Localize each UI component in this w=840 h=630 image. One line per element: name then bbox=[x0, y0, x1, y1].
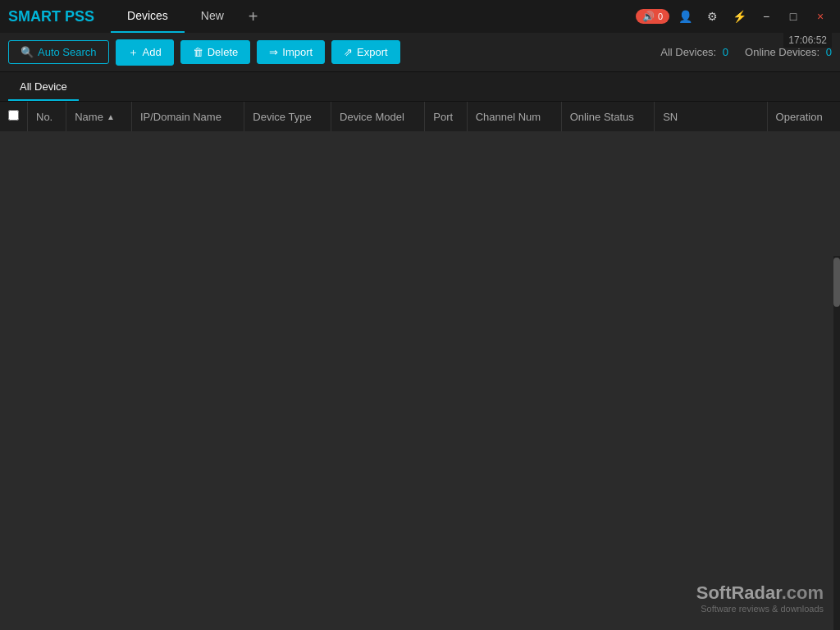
settings-icon[interactable]: ⚙ bbox=[701, 5, 724, 28]
export-button[interactable]: ⇗ Export bbox=[331, 40, 400, 64]
app-name-prefix: SMART bbox=[8, 8, 61, 25]
col-port: Port bbox=[425, 102, 467, 131]
select-all-checkbox-col[interactable] bbox=[0, 102, 28, 131]
watermark-subtitle: Software reviews & downloads bbox=[696, 604, 824, 614]
device-tab-bar: All Device bbox=[0, 72, 840, 102]
app-logo: SMART PSS bbox=[8, 8, 94, 25]
nav-tabs: Devices New + bbox=[111, 0, 636, 33]
col-device-type: Device Type bbox=[244, 102, 331, 131]
app-name-suffix: PSS bbox=[65, 8, 94, 25]
search-icon: 🔍 bbox=[21, 46, 34, 58]
select-all-checkbox[interactable] bbox=[8, 110, 19, 121]
speaker-icon: 🔊 bbox=[642, 11, 655, 22]
nav-tab-devices[interactable]: Devices bbox=[111, 0, 185, 33]
main-content: 🔍 Auto Search ＋ Add 🗑 Delete ⇒ Import ⇗ … bbox=[0, 33, 840, 630]
delete-icon: 🗑 bbox=[193, 46, 203, 58]
clock: 17:06:52 bbox=[783, 33, 832, 48]
col-operation: Operation bbox=[767, 102, 840, 131]
online-devices-label: Online Devices: 0 bbox=[745, 46, 832, 58]
all-devices-count: 0 bbox=[723, 46, 728, 58]
tab-all-device[interactable]: All Device bbox=[8, 74, 79, 101]
table-container[interactable]: No. Name ▲ IP/Domain Name Device Type bbox=[0, 102, 840, 630]
auto-search-button[interactable]: 🔍 Auto Search bbox=[8, 40, 109, 64]
export-icon: ⇗ bbox=[344, 46, 353, 58]
close-button[interactable]: × bbox=[809, 5, 832, 28]
import-button[interactable]: ⇒ Import bbox=[257, 40, 325, 64]
toolbar: 🔍 Auto Search ＋ Add 🗑 Delete ⇒ Import ⇗ … bbox=[0, 33, 840, 72]
all-devices-label: All Devices: 0 bbox=[660, 46, 728, 58]
table-header-row: No. Name ▲ IP/Domain Name Device Type bbox=[0, 102, 840, 131]
scrollbar-track[interactable] bbox=[833, 256, 840, 630]
window-controls: 🔊 0 👤 ⚙ ⚡ − □ × bbox=[636, 5, 832, 28]
col-device-model: Device Model bbox=[331, 102, 425, 131]
add-icon: ＋ bbox=[128, 45, 139, 60]
add-button[interactable]: ＋ Add bbox=[116, 39, 174, 66]
col-sn: SN bbox=[655, 102, 767, 131]
scrollbar-thumb[interactable] bbox=[833, 258, 840, 307]
alert-badge[interactable]: 🔊 0 bbox=[636, 9, 669, 24]
col-name[interactable]: Name ▲ bbox=[66, 102, 132, 131]
col-ip-domain: IP/Domain Name bbox=[131, 102, 244, 131]
online-devices-count: 0 bbox=[826, 46, 832, 58]
col-channel-num: Channel Num bbox=[467, 102, 561, 131]
title-bar: SMART PSS Devices New + 🔊 0 👤 ⚙ ⚡ − bbox=[0, 0, 840, 33]
add-tab-button[interactable]: + bbox=[240, 0, 267, 33]
col-no: No. bbox=[28, 102, 66, 131]
nav-tab-new[interactable]: New bbox=[185, 0, 240, 33]
delete-button[interactable]: 🗑 Delete bbox=[180, 40, 251, 64]
alert-count: 0 bbox=[658, 11, 663, 21]
activity-icon[interactable]: ⚡ bbox=[728, 5, 751, 28]
import-icon: ⇒ bbox=[269, 46, 278, 58]
empty-area bbox=[0, 131, 840, 591]
device-status: All Devices: 0 Online Devices: 0 bbox=[660, 46, 832, 58]
name-sort-arrow: ▲ bbox=[107, 112, 115, 121]
maximize-button[interactable]: □ bbox=[782, 5, 805, 28]
watermark-title: SoftRadar.com bbox=[696, 582, 824, 604]
col-online-status: Online Status bbox=[561, 102, 654, 131]
minimize-button[interactable]: − bbox=[755, 5, 778, 28]
devices-table: No. Name ▲ IP/Domain Name Device Type bbox=[0, 102, 840, 131]
watermark: SoftRadar.com Software reviews & downloa… bbox=[696, 582, 824, 614]
user-icon[interactable]: 👤 bbox=[673, 5, 696, 28]
